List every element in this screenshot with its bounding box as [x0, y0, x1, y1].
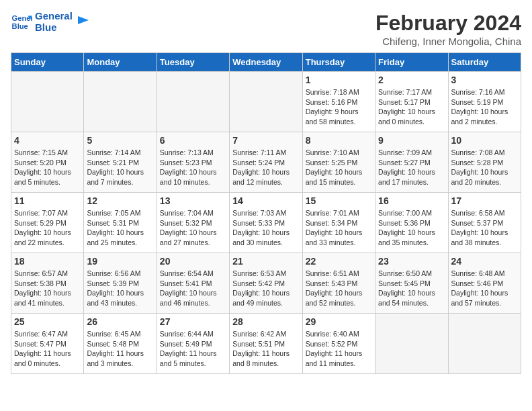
weekday-header-friday: Friday	[375, 53, 448, 72]
calendar-cell: 14Sunrise: 7:03 AM Sunset: 5:33 PM Dayli…	[230, 193, 302, 253]
calendar-cell: 12Sunrise: 7:05 AM Sunset: 5:31 PM Dayli…	[84, 193, 157, 253]
day-info: Sunrise: 6:48 AM Sunset: 5:46 PM Dayligh…	[451, 269, 518, 308]
day-number: 20	[160, 256, 226, 267]
calendar-week-row: 11Sunrise: 7:07 AM Sunset: 5:29 PM Dayli…	[11, 193, 521, 253]
day-number: 17	[451, 195, 518, 206]
day-number: 4	[14, 135, 81, 146]
svg-text:Blue: Blue	[12, 21, 28, 30]
weekday-header-sunday: Sunday	[11, 53, 84, 72]
calendar-cell: 16Sunrise: 7:00 AM Sunset: 5:36 PM Dayli…	[375, 193, 448, 253]
calendar-cell: 22Sunrise: 6:51 AM Sunset: 5:43 PM Dayli…	[302, 253, 375, 314]
weekday-header-row: SundayMondayTuesdayWednesdayThursdayFrid…	[11, 53, 521, 72]
day-info: Sunrise: 7:11 AM Sunset: 5:24 PM Dayligh…	[232, 148, 299, 187]
day-number: 7	[232, 135, 299, 146]
weekday-header-monday: Monday	[84, 53, 157, 72]
weekday-header-saturday: Saturday	[448, 53, 521, 72]
calendar-cell: 24Sunrise: 6:48 AM Sunset: 5:46 PM Dayli…	[448, 253, 521, 314]
day-info: Sunrise: 7:05 AM Sunset: 5:31 PM Dayligh…	[87, 208, 153, 248]
logo: General Blue General Blue	[11, 11, 90, 33]
calendar-cell: 23Sunrise: 6:50 AM Sunset: 5:45 PM Dayli…	[375, 253, 448, 314]
calendar-cell: 27Sunrise: 6:44 AM Sunset: 5:49 PM Dayli…	[157, 314, 229, 374]
calendar-cell: 21Sunrise: 6:53 AM Sunset: 5:42 PM Dayli…	[230, 253, 302, 314]
day-info: Sunrise: 7:04 AM Sunset: 5:32 PM Dayligh…	[160, 208, 226, 248]
calendar-cell: 6Sunrise: 7:13 AM Sunset: 5:23 PM Daylig…	[157, 132, 229, 193]
day-info: Sunrise: 6:57 AM Sunset: 5:38 PM Dayligh…	[14, 269, 81, 308]
calendar-cell	[230, 72, 302, 132]
calendar-cell: 20Sunrise: 6:54 AM Sunset: 5:41 PM Dayli…	[157, 253, 229, 314]
calendar-subtitle: Chifeng, Inner Mongolia, China	[375, 36, 521, 47]
day-info: Sunrise: 7:10 AM Sunset: 5:25 PM Dayligh…	[306, 148, 372, 187]
day-info: Sunrise: 7:18 AM Sunset: 5:16 PM Dayligh…	[306, 87, 372, 127]
day-number: 13	[160, 195, 226, 206]
calendar-cell	[84, 72, 157, 132]
day-info: Sunrise: 6:50 AM Sunset: 5:45 PM Dayligh…	[378, 269, 445, 308]
day-info: Sunrise: 7:09 AM Sunset: 5:27 PM Dayligh…	[378, 148, 445, 187]
logo-icon: General Blue	[11, 11, 32, 33]
day-number: 11	[14, 195, 81, 206]
day-info: Sunrise: 6:58 AM Sunset: 5:37 PM Dayligh…	[451, 208, 518, 248]
calendar-cell: 3Sunrise: 7:16 AM Sunset: 5:19 PM Daylig…	[448, 72, 521, 132]
weekday-header-thursday: Thursday	[302, 53, 375, 72]
header: General Blue General Blue February 2024 …	[11, 11, 521, 47]
day-number: 26	[87, 316, 153, 327]
calendar-cell: 11Sunrise: 7:07 AM Sunset: 5:29 PM Dayli…	[11, 193, 84, 253]
calendar-cell: 5Sunrise: 7:14 AM Sunset: 5:21 PM Daylig…	[84, 132, 157, 193]
calendar-cell: 15Sunrise: 7:01 AM Sunset: 5:34 PM Dayli…	[302, 193, 375, 253]
day-info: Sunrise: 6:47 AM Sunset: 5:47 PM Dayligh…	[14, 329, 81, 369]
calendar-week-row: 18Sunrise: 6:57 AM Sunset: 5:38 PM Dayli…	[11, 253, 521, 314]
calendar-cell: 13Sunrise: 7:04 AM Sunset: 5:32 PM Dayli…	[157, 193, 229, 253]
day-number: 24	[451, 256, 518, 267]
calendar-cell	[448, 314, 521, 374]
calendar-cell: 28Sunrise: 6:42 AM Sunset: 5:51 PM Dayli…	[230, 314, 302, 374]
day-info: Sunrise: 7:17 AM Sunset: 5:17 PM Dayligh…	[378, 87, 445, 127]
calendar-cell	[11, 72, 84, 132]
day-info: Sunrise: 7:07 AM Sunset: 5:29 PM Dayligh…	[14, 208, 81, 248]
day-number: 28	[232, 316, 299, 327]
day-number: 2	[378, 75, 445, 85]
calendar-cell: 9Sunrise: 7:09 AM Sunset: 5:27 PM Daylig…	[375, 132, 448, 193]
calendar-table: SundayMondayTuesdayWednesdayThursdayFrid…	[11, 52, 521, 374]
calendar-cell: 26Sunrise: 6:45 AM Sunset: 5:48 PM Dayli…	[84, 314, 157, 374]
calendar-cell: 1Sunrise: 7:18 AM Sunset: 5:16 PM Daylig…	[302, 72, 375, 132]
calendar-cell: 17Sunrise: 6:58 AM Sunset: 5:37 PM Dayli…	[448, 193, 521, 253]
day-info: Sunrise: 6:51 AM Sunset: 5:43 PM Dayligh…	[306, 269, 372, 308]
day-info: Sunrise: 6:53 AM Sunset: 5:42 PM Dayligh…	[232, 269, 299, 308]
day-number: 19	[87, 256, 153, 267]
calendar-cell: 25Sunrise: 6:47 AM Sunset: 5:47 PM Dayli…	[11, 314, 84, 374]
day-info: Sunrise: 7:03 AM Sunset: 5:33 PM Dayligh…	[232, 208, 299, 248]
day-number: 6	[160, 135, 226, 146]
day-number: 15	[306, 195, 372, 206]
calendar-cell: 2Sunrise: 7:17 AM Sunset: 5:17 PM Daylig…	[375, 72, 448, 132]
day-info: Sunrise: 6:54 AM Sunset: 5:41 PM Dayligh…	[160, 269, 226, 308]
calendar-cell: 18Sunrise: 6:57 AM Sunset: 5:38 PM Dayli…	[11, 253, 84, 314]
day-number: 9	[378, 135, 445, 146]
day-info: Sunrise: 6:40 AM Sunset: 5:52 PM Dayligh…	[306, 329, 372, 369]
day-info: Sunrise: 7:01 AM Sunset: 5:34 PM Dayligh…	[306, 208, 372, 248]
day-number: 27	[160, 316, 226, 327]
day-number: 5	[87, 135, 153, 146]
weekday-header-wednesday: Wednesday	[230, 53, 302, 72]
day-info: Sunrise: 7:14 AM Sunset: 5:21 PM Dayligh…	[87, 148, 153, 187]
day-info: Sunrise: 7:08 AM Sunset: 5:28 PM Dayligh…	[451, 148, 518, 187]
calendar-cell: 7Sunrise: 7:11 AM Sunset: 5:24 PM Daylig…	[230, 132, 302, 193]
calendar-cell: 4Sunrise: 7:15 AM Sunset: 5:20 PM Daylig…	[11, 132, 84, 193]
day-number: 10	[451, 135, 518, 146]
day-number: 21	[232, 256, 299, 267]
flag-icon	[75, 15, 90, 30]
day-number: 8	[306, 135, 372, 146]
calendar-cell	[375, 314, 448, 374]
calendar-cell: 19Sunrise: 6:56 AM Sunset: 5:39 PM Dayli…	[84, 253, 157, 314]
day-info: Sunrise: 6:42 AM Sunset: 5:51 PM Dayligh…	[232, 329, 299, 369]
logo-general: General	[35, 11, 73, 22]
day-info: Sunrise: 7:15 AM Sunset: 5:20 PM Dayligh…	[14, 148, 81, 187]
day-info: Sunrise: 7:16 AM Sunset: 5:19 PM Dayligh…	[451, 87, 518, 127]
calendar-title: February 2024	[375, 11, 521, 36]
day-number: 23	[378, 256, 445, 267]
day-number: 25	[14, 316, 81, 327]
day-info: Sunrise: 6:45 AM Sunset: 5:48 PM Dayligh…	[87, 329, 153, 369]
day-number: 16	[378, 195, 445, 206]
calendar-cell: 29Sunrise: 6:40 AM Sunset: 5:52 PM Dayli…	[302, 314, 375, 374]
svg-text:General: General	[12, 14, 32, 22]
calendar-cell: 10Sunrise: 7:08 AM Sunset: 5:28 PM Dayli…	[448, 132, 521, 193]
day-info: Sunrise: 6:56 AM Sunset: 5:39 PM Dayligh…	[87, 269, 153, 308]
